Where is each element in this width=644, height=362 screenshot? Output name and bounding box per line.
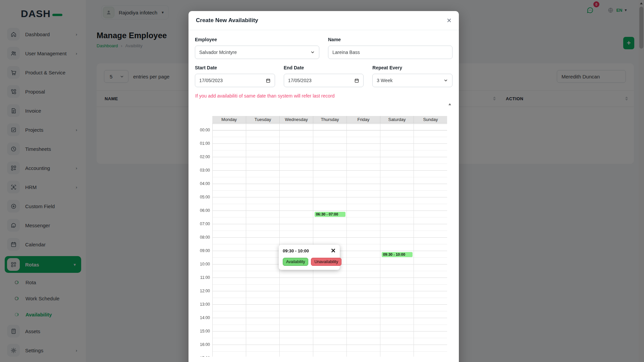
time-label: 13:00 (195, 302, 210, 307)
unavailability-button[interactable]: Unavailability (311, 258, 341, 266)
same-date-warning: If you add availabiliti of same date tha… (195, 93, 452, 99)
time-label: 17:00 (195, 356, 210, 357)
time-label: 06:00 (195, 208, 210, 213)
repeat-every-select[interactable]: 3 Week (372, 74, 452, 87)
availability-button[interactable]: Availability (283, 258, 308, 266)
day-header-wednesday: Wednesday (279, 116, 313, 123)
time-label: 07:00 (195, 222, 210, 226)
day-header-tuesday: Tuesday (246, 116, 279, 123)
calendar-grid[interactable]: 09:30 - 10:00 ✕ Availability Unavailabil… (212, 123, 447, 357)
start-date-group: Start Date 17/05/2023 (195, 65, 275, 87)
close-icon[interactable]: × (447, 16, 451, 24)
end-date-group: End Date 17/05/2023 (284, 65, 364, 87)
time-label: 16:00 (195, 342, 210, 347)
start-date-value: 17/05/2023 (199, 78, 266, 83)
time-label: 04:00 (195, 181, 210, 186)
time-label: 05:00 (195, 195, 210, 199)
create-availability-modal: Create New Availability × Employee Salva… (189, 11, 459, 362)
day-header-friday: Friday (346, 116, 380, 123)
time-label: 15:00 (195, 329, 210, 334)
time-label: 09:00 (195, 248, 210, 253)
time-label: 10:00 (195, 262, 210, 266)
time-label: 02:00 (195, 155, 210, 159)
time-label: 12:00 (195, 289, 210, 293)
time-label: 03:00 (195, 168, 210, 173)
repeat-every-value: 3 Week (377, 78, 443, 83)
day-header-monday: Monday (212, 116, 246, 123)
day-header-sunday: Sunday (414, 116, 447, 123)
time-label: 01:00 (195, 141, 210, 146)
end-date-value: 17/05/2023 (288, 78, 355, 83)
close-icon[interactable]: ✕ (331, 248, 336, 253)
modal-title: Create New Availability (196, 17, 258, 24)
end-date-input[interactable]: 17/05/2023 (284, 74, 364, 87)
employee-value: Salvador Mcintyre (199, 50, 310, 55)
availability-event[interactable]: 06:30 - 07:00 (315, 212, 345, 217)
employee-label: Employee (195, 37, 319, 42)
calendar-icon (266, 78, 271, 83)
repeat-every-group: Repeat Every 3 Week (372, 65, 452, 87)
employee-field-group: Employee Salvador Mcintyre (195, 37, 319, 59)
time-label: 14:00 (195, 315, 210, 320)
start-date-label: Start Date (195, 65, 275, 70)
calendar-icon (354, 78, 359, 83)
time-label: 11:00 (195, 275, 210, 280)
end-date-label: End Date (284, 65, 364, 70)
chevron-down-icon (310, 50, 315, 55)
availability-calendar[interactable]: MondayTuesdayWednesdayThursdayFridaySatu… (195, 102, 452, 357)
employee-select[interactable]: Salvador Mcintyre (195, 46, 319, 59)
popover-time-label: 09:30 - 10:00 (283, 248, 309, 253)
availability-event[interactable]: 09:30 - 10:00 (382, 252, 413, 257)
chevron-down-icon (443, 78, 448, 83)
time-label: 08:00 (195, 235, 210, 240)
name-field-group: Name Lareina Bass (328, 37, 452, 59)
start-date-input[interactable]: 17/05/2023 (195, 74, 275, 87)
time-label: 00:00 (195, 128, 210, 132)
modal-header: Create New Availability × (189, 11, 459, 30)
name-label: Name (328, 37, 452, 42)
day-header-thursday: Thursday (313, 116, 346, 123)
name-input[interactable]: Lareina Bass (328, 46, 452, 59)
modal-body: Employee Salvador Mcintyre Name Lareina … (189, 30, 459, 357)
repeat-every-label: Repeat Every (372, 65, 452, 70)
slot-popover: 09:30 - 10:00 ✕ Availability Unavailabil… (279, 245, 340, 270)
day-header-saturday: Saturday (380, 116, 414, 123)
name-value: Lareina Bass (332, 50, 448, 55)
calendar-day-header: MondayTuesdayWednesdayThursdayFridaySatu… (212, 116, 447, 123)
